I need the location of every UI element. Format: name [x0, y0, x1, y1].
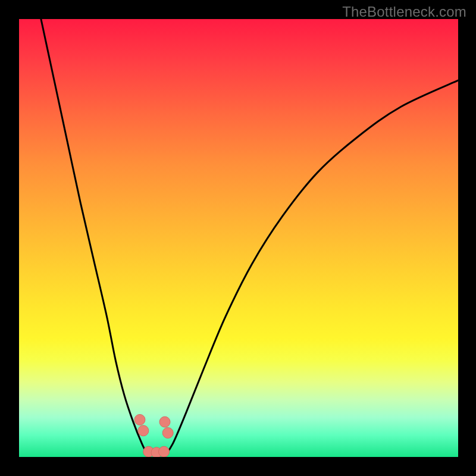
- marker-group: [134, 414, 173, 457]
- marker-right-pair-top: [159, 416, 170, 427]
- outer-frame: TheBottleneck.com: [0, 0, 476, 476]
- chart-svg: [19, 19, 458, 457]
- watermark-text: TheBottleneck.com: [342, 4, 466, 20]
- marker-bottom-right: [159, 446, 170, 457]
- right-curve: [164, 80, 458, 457]
- left-curve: [41, 19, 149, 457]
- marker-right-pair-bottom: [162, 428, 173, 439]
- marker-left-pair-top: [134, 414, 145, 425]
- marker-left-pair-bottom: [138, 425, 149, 436]
- plot-area: [19, 19, 458, 457]
